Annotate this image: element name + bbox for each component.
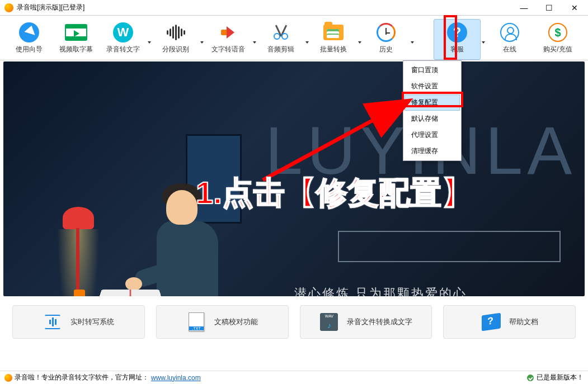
tb-subtitle[interactable]: 视频取字幕 bbox=[53, 19, 100, 60]
status-right: 已是最新版本！ bbox=[527, 373, 584, 382]
tb-segment[interactable]: 分段识别 bbox=[152, 19, 199, 60]
minimize-button[interactable]: — bbox=[511, 0, 537, 16]
tb-guide[interactable]: 使用向导 bbox=[6, 19, 53, 60]
tb-buy[interactable]: $ 购买/充值 bbox=[533, 19, 582, 60]
dropdown-arrow-icon[interactable] bbox=[147, 19, 152, 60]
status-website-link[interactable]: www.luyinla.com bbox=[151, 374, 201, 382]
tb-label: 使用向导 bbox=[16, 45, 43, 54]
status-text: 录音啦！专业的录音转文字软件，官方网址： bbox=[15, 373, 149, 382]
window-title: 录音啦[演示版][已登录] bbox=[17, 3, 84, 12]
banner-text-frame bbox=[338, 231, 561, 262]
megaphone-icon bbox=[219, 23, 238, 42]
dropdown-arrow-icon[interactable] bbox=[410, 19, 415, 60]
banner-subtitle: 潜心修炼 只为那颗热爱的心 bbox=[294, 285, 467, 296]
film-icon bbox=[65, 24, 87, 41]
dropdown-arrow-icon[interactable] bbox=[357, 19, 363, 60]
navigate-icon bbox=[19, 22, 39, 42]
dropdown-arrow-icon[interactable] bbox=[481, 19, 486, 60]
wav-file-icon: WAV bbox=[320, 313, 338, 331]
tb-history[interactable]: 历史 bbox=[363, 19, 410, 60]
window-controls: — ☐ ✕ bbox=[511, 0, 587, 16]
hero-banner: LUYINLA 潜心修炼 只为那颗热爱的心 bbox=[3, 61, 585, 296]
realtime-icon bbox=[44, 315, 61, 329]
coin-icon: $ bbox=[548, 23, 567, 42]
folder-icon bbox=[323, 25, 344, 40]
card-label: 文稿校对功能 bbox=[214, 317, 258, 327]
card-label: 录音文件转换成文字 bbox=[347, 317, 412, 327]
reading-illustration bbox=[57, 134, 236, 296]
dd-software-settings[interactable]: 软件设置 bbox=[404, 78, 460, 94]
app-icon bbox=[4, 3, 13, 12]
close-button[interactable]: ✕ bbox=[562, 0, 587, 16]
dd-window-top[interactable]: 窗口置顶 bbox=[404, 62, 460, 78]
service-dropdown: 窗口置顶 软件设置 修复配置 默认存储 代理设置 清理缓存 bbox=[403, 60, 462, 161]
tb-label: 视频取字幕 bbox=[59, 45, 93, 54]
tb-label: 在线 bbox=[503, 45, 516, 54]
tb-label: 客服 bbox=[450, 45, 464, 54]
waveform-icon bbox=[166, 25, 186, 40]
tb-online[interactable]: 在线 bbox=[486, 19, 533, 60]
dd-repair-config[interactable]: 修复配置 bbox=[404, 94, 460, 111]
tb-label: 音频剪辑 bbox=[267, 45, 294, 54]
txt-file-icon bbox=[189, 312, 204, 331]
card-help[interactable]: 帮助文档 bbox=[443, 305, 576, 339]
card-label: 帮助文档 bbox=[509, 317, 538, 327]
maximize-button[interactable]: ☐ bbox=[537, 0, 562, 16]
dd-proxy-settings[interactable]: 代理设置 bbox=[404, 127, 460, 143]
tb-label: 录音转文字 bbox=[106, 45, 140, 54]
status-app-icon bbox=[4, 374, 12, 382]
tb-rec2txt[interactable]: W 录音转文字 bbox=[100, 19, 147, 60]
scissors-icon bbox=[272, 24, 289, 41]
dd-clear-cache[interactable]: 清理缓存 bbox=[404, 143, 460, 159]
check-ok-icon bbox=[527, 374, 534, 381]
feature-cards-row: 实时转写系统 文稿校对功能 WAV 录音文件转换成文字 帮助文档 bbox=[0, 300, 588, 344]
tb-txt2speech[interactable]: 文字转语音 bbox=[205, 19, 252, 60]
tb-label: 历史 bbox=[379, 45, 393, 54]
w-icon: W bbox=[113, 22, 133, 42]
dropdown-arrow-icon[interactable] bbox=[252, 19, 257, 60]
card-realtime[interactable]: 实时转写系统 bbox=[12, 305, 145, 339]
status-bar: 录音啦！专业的录音转文字软件，官方网址： www.luyinla.com 已是最… bbox=[0, 371, 588, 384]
dd-default-storage[interactable]: 默认存储 bbox=[404, 111, 460, 127]
help-book-icon bbox=[482, 313, 501, 331]
card-proofread[interactable]: 文稿校对功能 bbox=[156, 305, 289, 339]
user-icon bbox=[500, 23, 519, 42]
main-toolbar: 使用向导 视频取字幕 W 录音转文字 分段识别 文字转语音 音频剪辑 批量转换 … bbox=[0, 16, 588, 60]
status-left: 录音啦！专业的录音转文字软件，官方网址： www.luyinla.com bbox=[4, 373, 201, 382]
tb-audioedit[interactable]: 音频剪辑 bbox=[257, 19, 304, 60]
title-left: 录音啦[演示版][已登录] bbox=[4, 3, 84, 12]
tb-label: 购买/充值 bbox=[543, 45, 572, 54]
dropdown-arrow-icon[interactable] bbox=[304, 19, 310, 60]
tb-label: 文字转语音 bbox=[211, 45, 245, 54]
tb-service[interactable]: ? 客服 bbox=[434, 19, 481, 60]
tb-batch[interactable]: 批量转换 bbox=[310, 19, 357, 60]
card-convert[interactable]: WAV 录音文件转换成文字 bbox=[300, 305, 432, 339]
card-label: 实时转写系统 bbox=[70, 317, 114, 327]
tb-label: 分段识别 bbox=[162, 45, 189, 54]
help-icon: ? bbox=[447, 22, 467, 42]
clock-icon bbox=[377, 23, 396, 42]
dropdown-arrow-icon[interactable] bbox=[199, 19, 205, 60]
status-version-text: 已是最新版本！ bbox=[537, 373, 584, 382]
tb-label: 批量转换 bbox=[320, 45, 347, 54]
title-bar: 录音啦[演示版][已登录] — ☐ ✕ bbox=[0, 0, 588, 16]
